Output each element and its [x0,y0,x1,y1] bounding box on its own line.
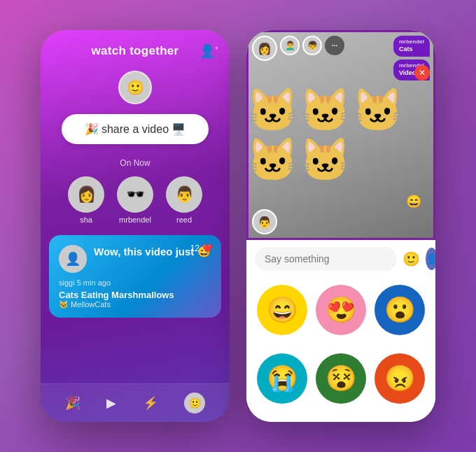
reaction-angry[interactable]: 😠 [374,353,425,404]
participant-sha-label: sha [80,216,92,224]
add-participant-button[interactable]: 👤 [426,248,435,270]
say-something-row: 🙂 👤 [246,240,435,278]
video-area: 🐱🐱🐱🐱🐱 👩 👨‍🦱 👦 ··· mrbendel Cats mrbendel… [246,30,435,240]
on-now-section: On Now 👩 sha 🕶️ mrbendel 👨 reed [41,158,230,224]
nav-party-icon[interactable]: 🎉 [65,395,80,411]
add-person-icon[interactable]: 👤+ [200,43,218,59]
host-avatar: 🙂 [118,71,152,104]
bottom-participant-avatar[interactable]: 👨 [252,209,277,234]
participant-reed-avatar: 👨 [166,176,202,213]
emoji-picker-button[interactable]: 🙂 [402,250,420,267]
participant-sha-avatar: 👩 [68,176,104,213]
bubble-user-1: mrbendel [399,38,424,45]
page-title: watch together [91,44,178,58]
say-something-input[interactable] [255,247,397,271]
card-video-channel: 🐱 MellowCats [59,300,211,309]
host-avatar-container: 🙂 [41,71,230,104]
card-meta: siggi 5 min ago [59,278,211,287]
card-user-avatar: 👤 [59,245,87,273]
video-participant-3[interactable]: 👦 [302,36,322,55]
reaction-laugh[interactable]: 😄 [257,285,307,335]
left-phone: watch together 👤+ 🙂 🎉 share a video 🖥️ O… [41,30,230,422]
like-count: 12 [190,243,200,253]
more-participants-indicator[interactable]: ··· [325,36,344,55]
nav-video-icon[interactable]: ▶ [106,395,116,411]
participant-reed[interactable]: 👨 reed [166,176,202,224]
participant-mrbendel-avatar: 🕶️ [117,176,153,213]
reaction-eyes[interactable]: 😵 [316,353,366,404]
participant-sha[interactable]: 👩 sha [68,176,104,224]
participant-mrbendel[interactable]: 🕶️ mrbendel [117,176,153,224]
card-time: 5 min ago [77,278,111,287]
participant-mrbendel-label: mrbendel [119,216,151,224]
reaction-emoji: 😄 [406,194,421,209]
video-participant-2[interactable]: 👨‍🦱 [280,36,300,55]
video-participant-1[interactable]: 👩 [252,36,277,61]
heart-icon: ❤️ [202,243,213,253]
activity-card[interactable]: 12 ❤️ 👤 Wow, this video just 😄 siggi 5 m… [49,235,221,318]
left-header: watch together 👤+ [41,30,230,65]
share-video-button[interactable]: 🎉 share a video 🖥️ [62,114,209,144]
participants-row: 👩 👨‍🦱 👦 ··· [252,36,344,61]
nav-profile-avatar[interactable]: 🙂 [184,393,205,414]
chat-bubble-1: mrbendel Cats [393,36,430,57]
card-user-row: 👤 Wow, this video just 😄 [59,245,211,273]
right-phone: 🐱🐱🐱🐱🐱 👩 👨‍🦱 👦 ··· mrbendel Cats mrbendel… [246,30,435,422]
reaction-shock[interactable]: 😮 [374,285,425,335]
emoji-reaction-grid: 😄 😍 😮 😭 😵 😠 [246,278,435,422]
on-now-avatars: 👩 sha 🕶️ mrbendel 👨 reed [52,176,218,224]
participant-reed-label: reed [176,216,192,224]
card-likes: 12 ❤️ [190,243,213,253]
card-username: siggi [59,278,75,287]
reaction-cry[interactable]: 😭 [257,353,307,404]
on-now-label: On Now [52,158,218,168]
close-video-button[interactable]: ✕ [414,65,430,80]
bubble-text-1: Cats [399,45,424,54]
reaction-love[interactable]: 😍 [316,285,366,335]
card-video-title: Cats Eating Marshmallows [59,290,211,300]
nav-lightning-icon[interactable]: ⚡ [143,395,158,411]
bottom-nav: 🎉 ▶ ⚡ 🙂 [41,383,230,422]
